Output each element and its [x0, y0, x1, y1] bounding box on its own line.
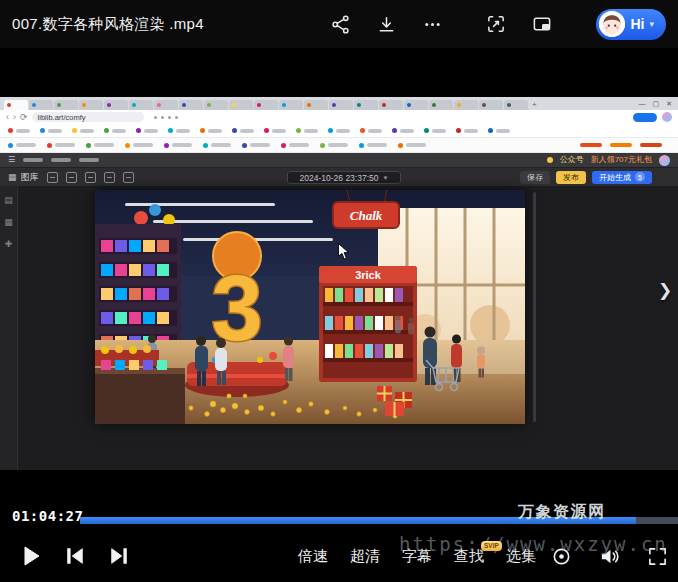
browser-blue-button — [633, 113, 657, 122]
bookmark-item — [392, 128, 414, 133]
official-account-label: 公众号 — [560, 156, 584, 164]
bookmark-item — [296, 128, 318, 133]
forward-icon: › — [13, 113, 16, 122]
mini-window-icon[interactable] — [530, 12, 554, 36]
wechat-icon — [547, 157, 553, 163]
video-frame[interactable]: +—▢✕ ‹ › ⟳ liblib.art/comfy ☰ 公众号 — [0, 97, 678, 470]
recorded-bookmarks-row-2 — [0, 138, 678, 153]
bookmark-item-highlight — [640, 143, 662, 147]
promo-label: 新人领707元礼包 — [591, 156, 652, 164]
back-icon: ‹ — [6, 113, 9, 122]
browser-tab — [129, 100, 153, 110]
canvas-scrollbar — [533, 192, 536, 422]
player-text-buttons: 倍速 超清 字幕 查找 选集 — [298, 530, 536, 582]
browser-profile-area — [633, 112, 672, 122]
speed-button[interactable]: 倍速 — [298, 547, 328, 566]
player-right-controls — [550, 530, 668, 582]
new-tab-icon: + — [532, 100, 537, 110]
search-button[interactable]: 查找 — [454, 547, 484, 566]
save-button: 保存 — [520, 171, 550, 184]
subtitle-button[interactable]: 字幕 — [402, 547, 432, 566]
episodes-button[interactable]: 选集 — [506, 547, 536, 566]
bookmark-item — [125, 143, 153, 148]
site-navbar-right: 公众号 新人领707元礼包 — [547, 155, 670, 166]
menu-icon: ☰ — [8, 156, 15, 164]
browser-tab — [229, 100, 253, 110]
bookmark-item — [200, 128, 222, 133]
quality-button[interactable]: 超清 — [350, 547, 380, 566]
share-icon[interactable] — [328, 12, 352, 36]
bookmark-item — [40, 128, 62, 133]
progress-bar[interactable] — [80, 517, 678, 524]
browser-tab — [379, 100, 403, 110]
download-icon[interactable] — [374, 12, 398, 36]
library-group: ▦ 图库 — [8, 171, 39, 184]
browser-tab — [79, 100, 103, 110]
recorded-bookmarks-row — [0, 124, 678, 138]
app-left-sidebar: ▤ ▦ ✚ — [0, 186, 18, 470]
address-bar: liblib.art/comfy — [32, 112, 144, 122]
avatar — [599, 11, 625, 37]
volume-icon[interactable] — [598, 545, 620, 567]
bookmark-item — [104, 128, 126, 133]
browser-tab — [354, 100, 378, 110]
browser-tab — [29, 100, 53, 110]
bookmark-item — [168, 128, 190, 133]
chevron-down-icon: ▾ — [649, 19, 654, 29]
screenshot-icon[interactable] — [484, 12, 508, 36]
browser-tab — [154, 100, 178, 110]
bookmark-item — [47, 143, 75, 148]
next-button[interactable] — [108, 545, 130, 567]
play-button[interactable] — [20, 545, 42, 567]
nav-item — [51, 158, 71, 162]
browser-tab — [254, 100, 278, 110]
generated-image: Chalk 3rick — [95, 190, 525, 424]
extension-icons — [154, 116, 178, 119]
browser-tab — [404, 100, 428, 110]
preview-eye-icon[interactable] — [550, 545, 572, 567]
recorded-browser-address-row: ‹ › ⟳ liblib.art/comfy — [0, 110, 678, 124]
fullscreen-icon[interactable] — [646, 545, 668, 567]
browser-tab — [204, 100, 228, 110]
export-icon — [104, 172, 115, 183]
history-date-dropdown: 2024-10-26 23:37:50 ▼ — [287, 171, 401, 184]
hanging-sign-text: Chalk — [350, 208, 383, 223]
generate-count-badge: 5 — [635, 172, 645, 182]
browser-tab — [479, 100, 503, 110]
browser-tab — [179, 100, 203, 110]
panel-chevron-icon: ❯ — [658, 280, 672, 301]
browser-tab — [4, 100, 28, 110]
more-options-icon[interactable] — [420, 12, 444, 36]
reload-icon: ⟳ — [20, 113, 28, 122]
hi-label: Hi — [630, 16, 644, 32]
panel-icon: ▤ — [4, 196, 13, 205]
video-player-window: 007.数字各种风格渲染 .mp4 Hi ▾ — [0, 0, 678, 582]
bookmark-item — [320, 143, 348, 148]
bookmark-items-right — [580, 143, 670, 147]
recorded-site-navbar: ☰ 公众号 新人领707元礼包 — [0, 153, 678, 167]
caret-down-icon: ▼ — [382, 175, 388, 181]
bookmark-item — [72, 128, 94, 133]
mouse-cursor — [338, 243, 350, 264]
previous-button[interactable] — [64, 545, 86, 567]
bookmark-item — [232, 128, 254, 133]
nav-item — [79, 158, 99, 162]
browser-tab — [329, 100, 353, 110]
shelf-sign-text: 3rick — [355, 269, 382, 281]
bookmark-item — [203, 143, 231, 148]
bookmark-item — [164, 143, 192, 148]
bookmark-item — [424, 128, 446, 133]
account-hi-button[interactable]: Hi ▾ — [596, 9, 666, 40]
file-icon — [47, 172, 58, 183]
browser-tab — [279, 100, 303, 110]
progress-fill — [80, 517, 636, 524]
browser-tab — [429, 100, 453, 110]
svip-badge: SVIP — [481, 541, 502, 551]
bookmark-item — [136, 128, 158, 133]
toolbar-buttons: 保存 发布 开始生成 5 — [520, 171, 652, 184]
gondola-shelf: 3rick — [319, 266, 417, 382]
queue-icon — [123, 172, 134, 183]
bookmark-item — [86, 143, 114, 148]
video-title: 007.数字各种风格渲染 .mp4 — [12, 15, 204, 34]
bookmark-items — [8, 143, 426, 148]
